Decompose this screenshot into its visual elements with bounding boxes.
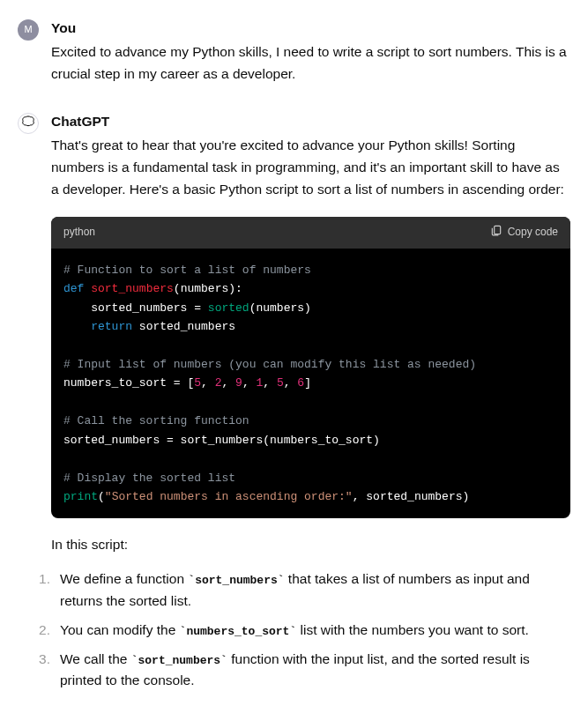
- assistant-sender-label: ChatGPT: [51, 111, 570, 133]
- list-item: We define a function `sort_numbers` that…: [39, 568, 570, 613]
- list-item: We call the `sort_numbers` function with…: [39, 649, 570, 693]
- copy-code-button[interactable]: Copy code: [490, 224, 558, 241]
- assistant-intro: That's great to hear that you're excited…: [51, 135, 570, 200]
- inline-code: `sort_numbers`: [188, 574, 284, 587]
- explanation-list: We define a function `sort_numbers` that…: [39, 568, 570, 692]
- openai-icon: [21, 115, 35, 134]
- inline-code: `numbers_to_sort`: [180, 625, 297, 638]
- user-avatar: M: [18, 19, 39, 41]
- assistant-message: ChatGPT That's great to hear that you're…: [18, 111, 570, 699]
- assistant-message-body: ChatGPT That's great to hear that you're…: [51, 111, 570, 699]
- after-code-text: In this script:: [51, 534, 570, 556]
- code-block: python Copy code # Function to sort a li…: [51, 217, 570, 519]
- assistant-avatar: [18, 113, 39, 134]
- avatar-letter: M: [24, 22, 32, 38]
- code-header: python Copy code: [51, 217, 570, 249]
- user-sender-label: You: [51, 18, 570, 40]
- svg-rect-0: [494, 226, 500, 234]
- inline-code: `sort_numbers`: [131, 654, 227, 667]
- code-content[interactable]: # Function to sort a list of numbers def…: [51, 249, 570, 519]
- user-message: M You Excited to advance my Python skill…: [18, 18, 570, 85]
- clipboard-icon: [490, 224, 502, 241]
- user-message-body: You Excited to advance my Python skills,…: [51, 18, 570, 85]
- code-language-label: python: [63, 224, 95, 241]
- copy-code-label: Copy code: [508, 224, 558, 241]
- list-item: You can modify the `numbers_to_sort` lis…: [39, 620, 570, 642]
- user-text: Excited to advance my Python skills, I n…: [51, 41, 570, 85]
